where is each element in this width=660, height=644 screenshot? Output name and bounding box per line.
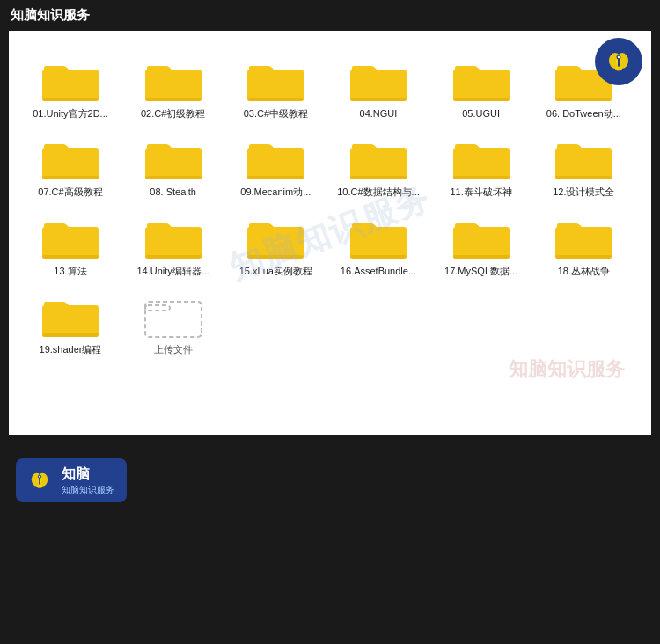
svg-rect-23 <box>247 148 304 179</box>
svg-rect-44 <box>42 333 99 337</box>
svg-rect-41 <box>555 227 612 259</box>
svg-rect-43 <box>42 305 99 337</box>
bottom-logo-text-block: 知脑 知脑知识服务 <box>62 465 114 496</box>
folder-item[interactable]: 15.xLua实例教程 <box>227 206 324 284</box>
folder-label: 03.C#中级教程 <box>244 107 308 120</box>
folder-icon <box>143 134 203 182</box>
folder-item[interactable]: 16.AssetBundle... <box>330 206 427 284</box>
folder-item[interactable]: 02.C#初级教程 <box>125 48 222 127</box>
svg-rect-25 <box>350 148 407 179</box>
svg-rect-12 <box>247 98 304 101</box>
folder-item[interactable]: 10.C#数据结构与... <box>330 127 427 205</box>
folder-item[interactable]: 19.shader编程 <box>22 284 119 362</box>
folder-grid: 01.Unity官方2D... 02.C#初级教程 <box>13 40 647 371</box>
svg-rect-45 <box>145 302 202 337</box>
svg-rect-16 <box>453 98 510 101</box>
svg-rect-31 <box>42 227 99 259</box>
folder-item[interactable]: 13.算法 <box>22 206 119 284</box>
folder-label: 07.C#高级教程 <box>38 186 102 198</box>
folder-item[interactable]: 14.Unity编辑器... <box>125 206 222 284</box>
folder-item[interactable]: 07.C#高级教程 <box>22 127 119 205</box>
folder-label: 12.设计模式全 <box>553 186 614 198</box>
svg-rect-37 <box>350 227 407 259</box>
svg-rect-38 <box>350 255 407 259</box>
folder-icon <box>143 213 203 261</box>
folder-icon <box>348 55 408 104</box>
svg-rect-40 <box>453 255 510 259</box>
bottom-logo-sub: 知脑知识服务 <box>62 484 114 496</box>
svg-rect-42 <box>555 255 612 259</box>
svg-rect-15 <box>453 70 510 101</box>
svg-rect-30 <box>555 176 612 179</box>
folder-icon <box>246 134 305 182</box>
svg-rect-18 <box>555 98 612 101</box>
svg-rect-19 <box>42 148 99 179</box>
folder-item[interactable]: 17.MySQL数据... <box>433 206 530 284</box>
folder-icon <box>554 213 613 261</box>
folder-icon <box>451 134 511 182</box>
svg-rect-33 <box>145 227 202 259</box>
top-bar-title: 知脑知识服务 <box>11 7 90 24</box>
bottom-bar: 知脑 知脑知识服务 <box>0 451 660 509</box>
folder-label: 19.shader编程 <box>40 343 102 355</box>
folder-item[interactable]: 12.设计模式全 <box>535 127 632 205</box>
folder-label: 08. Stealth <box>150 186 196 198</box>
bottom-logo-brain-icon <box>23 464 56 497</box>
svg-rect-28 <box>453 176 510 179</box>
logo-brain-icon <box>599 42 638 81</box>
folder-item[interactable]: 05.UGUI <box>433 48 530 127</box>
folder-item[interactable]: 上传文件 <box>125 284 222 362</box>
svg-point-4 <box>615 67 622 71</box>
svg-rect-29 <box>555 148 612 179</box>
top-bar: 知脑知识服务 <box>0 0 660 31</box>
folder-item[interactable]: 03.C#中级教程 <box>227 48 324 127</box>
svg-rect-24 <box>247 176 304 179</box>
bottom-logo: 知脑 知脑知识服务 <box>16 458 127 502</box>
svg-rect-9 <box>145 70 202 101</box>
folder-icon <box>451 213 511 261</box>
svg-rect-14 <box>350 98 407 101</box>
folder-label: 13.算法 <box>54 265 86 277</box>
svg-rect-36 <box>247 255 304 259</box>
folder-icon <box>554 134 613 182</box>
svg-rect-8 <box>42 98 99 101</box>
svg-rect-21 <box>145 148 202 179</box>
main-panel: 知脑知识服务 知脑知识服务 01.Unity官方2D... <box>9 31 651 435</box>
folder-label: 18.丛林战争 <box>558 265 610 277</box>
svg-rect-26 <box>350 176 407 179</box>
svg-rect-10 <box>145 98 202 101</box>
folder-item[interactable]: 01.Unity官方2D... <box>22 48 119 127</box>
folder-label: 04.NGUI <box>360 107 398 120</box>
folder-icon <box>451 55 511 104</box>
folder-icon <box>143 55 203 104</box>
svg-rect-39 <box>453 227 510 259</box>
folder-label: 14.Unity编辑器... <box>136 265 209 277</box>
svg-rect-27 <box>453 148 510 179</box>
folder-label: 05.UGUI <box>462 107 500 120</box>
bottom-logo-brand: 知脑 <box>62 466 90 481</box>
svg-rect-22 <box>145 176 202 179</box>
folder-icon <box>40 213 100 261</box>
svg-rect-11 <box>247 70 304 101</box>
folder-label: 09.Mecanim动... <box>240 186 311 198</box>
folder-icon <box>246 213 305 261</box>
svg-rect-34 <box>145 255 202 259</box>
upload-folder-icon <box>143 291 203 340</box>
folder-label: 02.C#初级教程 <box>141 107 205 120</box>
folder-label: 01.Unity官方2D... <box>33 107 108 120</box>
folder-item[interactable]: 04.NGUI <box>330 48 427 127</box>
folder-icon <box>246 55 305 104</box>
folder-item[interactable]: 11.泰斗破坏神 <box>433 127 530 205</box>
svg-rect-7 <box>42 70 99 101</box>
folder-item[interactable]: 08. Stealth <box>125 127 222 205</box>
folder-icon <box>348 213 408 261</box>
folder-label: 16.AssetBundle... <box>341 265 416 277</box>
folder-label: 15.xLua实例教程 <box>239 265 312 277</box>
folder-icon <box>348 134 408 182</box>
folder-label: 上传文件 <box>154 343 193 355</box>
folder-item[interactable]: 18.丛林战争 <box>535 206 632 284</box>
svg-rect-20 <box>42 176 99 179</box>
svg-rect-46 <box>145 305 170 311</box>
folder-item[interactable]: 09.Mecanim动... <box>227 127 324 205</box>
svg-rect-32 <box>42 255 99 259</box>
